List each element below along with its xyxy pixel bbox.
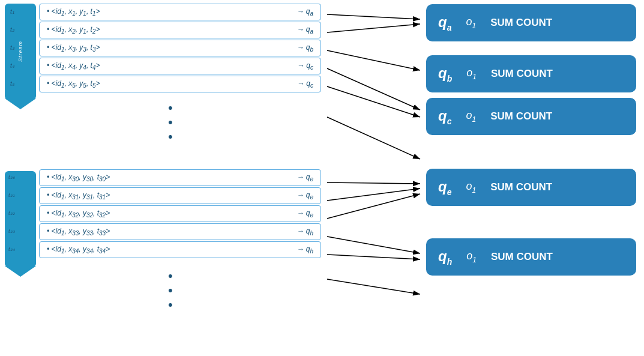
- qh-label: qh: [438, 248, 452, 267]
- top-bracket-label: Stream: [17, 41, 23, 62]
- row-2: • <id1, x2, y1, t2> → qa: [39, 22, 321, 38]
- svg-line-11: [327, 279, 420, 294]
- time-t33: t₃₃: [8, 228, 15, 234]
- qh-sumcount: SUM COUNT: [491, 251, 553, 263]
- qc-o1: o1: [466, 109, 476, 124]
- row-31-arrow: → qe: [296, 191, 313, 201]
- row-32-content: • <id1, x32, y32, t32>: [47, 209, 110, 219]
- qh-o1: o1: [466, 250, 477, 264]
- row-4: • <id1, x4, y4, t4> → qc: [39, 58, 321, 74]
- query-box-qh: qh o1 SUM COUNT: [426, 238, 636, 276]
- qc-label: qc: [438, 107, 451, 126]
- dots-middle: •••: [168, 101, 173, 145]
- row-5: • <id1, x5, y5, t5> → qc: [39, 76, 321, 92]
- query-box-qa: qa o1 SUM COUNT: [426, 4, 636, 41]
- svg-line-2: [327, 50, 420, 70]
- row-31: • <id1, x31, y31, t31> → qe: [39, 187, 321, 204]
- query-box-qc: qc o1 SUM COUNT: [426, 98, 636, 135]
- row-30-content: • <id1, x30, y30, t30>: [47, 173, 110, 183]
- row-3: • <id1, x3, y3, t3> → qb: [39, 40, 321, 56]
- row-1-content: • <id1, x1, y1, t1>: [47, 7, 100, 17]
- qb-sumcount: SUM COUNT: [491, 68, 553, 80]
- row-31-content: • <id1, x31, y31, t31>: [47, 191, 110, 201]
- svg-line-0: [327, 14, 420, 19]
- row-1-arrow: → qa: [296, 7, 313, 17]
- qe-sumcount: SUM COUNT: [490, 181, 552, 193]
- row-2-content: • <id1, x2, y1, t2>: [47, 25, 100, 35]
- svg-line-9: [327, 237, 420, 253]
- row-34: • <id1, x34, y34, t34> → qh: [39, 241, 321, 258]
- row-30: • <id1, x30, y30, t30> → qe: [39, 169, 321, 186]
- time-t4: t₄: [10, 62, 14, 69]
- row-34-arrow: → qh: [296, 245, 313, 255]
- svg-line-8: [327, 194, 420, 219]
- svg-line-3: [327, 68, 420, 110]
- qa-label: qa: [438, 14, 451, 32]
- qb-label: qb: [438, 65, 452, 83]
- row-3-content: • <id1, x3, y3, t3>: [47, 43, 100, 53]
- svg-line-10: [327, 255, 420, 259]
- query-box-qe: qe o1 SUM COUNT: [426, 169, 636, 206]
- qc-sumcount: SUM COUNT: [490, 110, 552, 122]
- qb-o1: o1: [466, 67, 477, 81]
- row-4-arrow: → qc: [297, 61, 313, 71]
- row-30-arrow: → qe: [296, 173, 313, 183]
- row-33: • <id1, x33, y33, t33> → qh: [39, 223, 321, 240]
- diagram-container: Stream t₁ t₂ t₃ t₄ t₅ • <id1, x1, y1, t1…: [0, 0, 644, 356]
- qe-label: qe: [438, 178, 451, 197]
- time-t1: t₁: [10, 8, 14, 15]
- time-t31: t₃₁: [8, 192, 15, 198]
- time-t5: t₅: [10, 80, 14, 87]
- top-bracket: Stream: [5, 4, 36, 100]
- row-5-content: • <id1, x5, y5, t5>: [47, 79, 100, 89]
- row-34-content: • <id1, x34, y34, t34>: [47, 245, 110, 255]
- row-4-content: • <id1, x4, y4, t4>: [47, 61, 100, 71]
- row-33-content: • <id1, x33, y33, t33>: [47, 227, 110, 237]
- qa-sumcount: SUM COUNT: [490, 17, 552, 29]
- svg-line-5: [327, 117, 420, 159]
- svg-line-4: [327, 86, 420, 117]
- time-t32: t₃₂: [8, 210, 15, 216]
- svg-line-6: [327, 183, 420, 184]
- row-33-arrow: → qh: [296, 227, 313, 237]
- row-2-arrow: → qa: [296, 25, 313, 35]
- query-box-qb: qb o1 SUM COUNT: [426, 55, 636, 92]
- time-t30: t₃₀: [8, 174, 15, 180]
- time-t34: t₃₄: [8, 246, 15, 252]
- row-5-arrow: → qc: [297, 79, 313, 89]
- svg-line-7: [327, 189, 420, 201]
- dots-bottom: •••: [168, 269, 173, 313]
- bottom-bracket: [5, 171, 36, 267]
- row-32: • <id1, x32, y32, t32> → qe: [39, 205, 321, 222]
- time-t2: t₂: [10, 26, 14, 33]
- time-t3: t₃: [10, 44, 14, 51]
- qe-o1: o1: [466, 180, 476, 195]
- svg-line-1: [327, 24, 420, 32]
- row-32-arrow: → qe: [296, 209, 313, 219]
- row-1: • <id1, x1, y1, t1> → qa: [39, 4, 321, 20]
- row-3-arrow: → qb: [296, 43, 313, 53]
- qa-o1: o1: [466, 16, 476, 30]
